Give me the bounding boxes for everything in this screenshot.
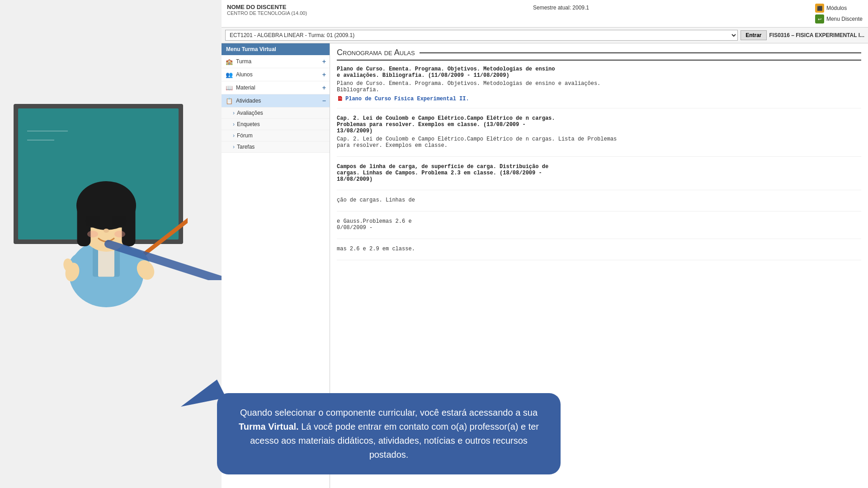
course-select[interactable]: ECT1201 - ALGEBRA LINEAR - Turma: 01 (20… (225, 30, 738, 41)
turma-toggle: + (322, 58, 326, 65)
tarefas-arrow: › (233, 144, 235, 150)
tooltip-text-bold: Turma Virtual. (239, 422, 299, 432)
sidebar-item-atividades[interactable]: 📋 Atividades − (222, 94, 330, 108)
sidebar-item-avaliacoes-label: Avaliações (237, 110, 263, 116)
modules-icon: ⬛ (815, 4, 824, 13)
sidebar-item-alunos-label: Alunos (236, 71, 253, 78)
enter-button[interactable]: Entrar (741, 30, 766, 40)
student-name: NOME DO DISCENTE (227, 4, 307, 10)
sidebar-item-forum[interactable]: › Fórum (222, 130, 330, 141)
sidebar-item-forum-label: Fórum (237, 132, 253, 139)
pointer-stick (0, 190, 222, 280)
header-right: ⬛ Módulos ↩ Menu Discente (815, 4, 863, 23)
svg-line-28 (108, 244, 222, 280)
course-tab: FIS0316 – FISICA EXPERIMENTAL I... (769, 32, 865, 38)
menu-discente-icon: ↩ (815, 14, 824, 23)
forum-arrow: › (233, 132, 235, 139)
speech-bubble-container: Quando selecionar o componente curricula… (217, 393, 561, 474)
sidebar-item-turma[interactable]: 🏫 Turma + (222, 55, 330, 68)
entry-2-desc: Cap. 2. Lei de Coulomb e Campo Elétrico.… (337, 136, 861, 149)
menu-discente-label: Menu Discente (826, 16, 863, 22)
schedule-entry-2: Cap. 2. Lei de Coulomb e Campo Elétrico.… (337, 115, 861, 157)
entry-5-desc: e Gauss.Problemas 2.6 e0/08/2009 - (337, 218, 861, 231)
schedule-entry-5-partial: e Gauss.Problemas 2.6 e0/08/2009 - (337, 218, 861, 239)
header: NOME DO DISCENTE CENTRO DE TECNOLOGIA (1… (222, 0, 868, 28)
sidebar-item-alunos[interactable]: 👥 Alunos + (222, 68, 330, 81)
semester-info: Semestre atual: 2009.1 (533, 4, 589, 11)
material-icon: 📖 (225, 84, 233, 92)
sidebar-item-tarefas-label: Tarefas (237, 144, 255, 150)
sidebar-item-turma-label: Turma (236, 58, 251, 65)
turma-icon: 🏫 (225, 57, 233, 66)
entry-6-desc: mas 2.6 e 2.9 em classe. (337, 246, 861, 252)
center-name: CENTRO DE TECNOLOGIA (14.00) (227, 10, 307, 16)
menu-discente-button[interactable]: ↩ Menu Discente (815, 14, 863, 23)
entry-2-title: Cap. 2. Lei de Coulomb e Campo Elétrico.… (337, 115, 861, 134)
schedule-entry-4-partial: ção de cargas. Linhas de (337, 197, 861, 211)
sidebar-item-avaliacoes[interactable]: › Avaliações (222, 108, 330, 119)
alunos-icon: 👥 (225, 70, 233, 79)
header-left: NOME DO DISCENTE CENTRO DE TECNOLOGIA (1… (227, 4, 307, 16)
speech-bubble: Quando selecionar o componente curricula… (217, 393, 561, 474)
sidebar-item-material[interactable]: 📖 Material + (222, 81, 330, 94)
pdf-icon-1: 🗎 (337, 95, 343, 103)
entry-1-link[interactable]: 🗎 Plano de Curso Física Experimental II. (337, 95, 861, 103)
sidebar-item-atividades-label: Atividades (236, 98, 261, 104)
atividades-icon: 📋 (225, 97, 233, 105)
teacher-illustration (0, 99, 222, 307)
atividades-toggle: − (322, 97, 326, 104)
entry-1-desc: Plano de Curso. Ementa. Programa. Objeti… (337, 80, 861, 93)
modules-button[interactable]: ⬛ Módulos (815, 4, 863, 13)
entry-4-desc: ção de cargas. Linhas de (337, 197, 861, 203)
sidebar-title: Menu Turma Virtual (222, 43, 330, 55)
enquetes-arrow: › (233, 121, 235, 127)
schedule-entry-3: Campos de linha de carga, de superfície … (337, 164, 861, 190)
alunos-toggle: + (322, 71, 326, 78)
sidebar-item-tarefas[interactable]: › Tarefas (222, 141, 330, 153)
tooltip-text-normal: Quando selecionar o componente curricula… (240, 408, 538, 418)
sidebar-item-enquetes[interactable]: › Enquetes (222, 119, 330, 130)
panel-title: Cronograma de Aulas (337, 48, 861, 61)
modules-label: Módulos (826, 5, 847, 11)
sidebar-item-material-label: Material (236, 84, 255, 91)
entry-3-title: Campos de linha de carga, de superfície … (337, 164, 861, 183)
course-bar: ECT1201 - ALGEBRA LINEAR - Turma: 01 (20… (222, 28, 868, 43)
panel-title-text: Cronograma de Aulas (337, 48, 415, 57)
entry-1-title: Plano de Curso. Ementa. Programa. Objeti… (337, 66, 861, 79)
schedule-entry-6-partial: mas 2.6 e 2.9 em classe. (337, 246, 861, 260)
avaliacoes-arrow: › (233, 110, 235, 116)
schedule-entry-1: Plano de Curso. Ementa. Programa. Objeti… (337, 66, 861, 108)
entry-1-link-text: Plano de Curso Física Experimental II. (345, 96, 469, 102)
sidebar-item-enquetes-label: Enquetes (237, 121, 260, 127)
material-toggle: + (322, 84, 326, 91)
